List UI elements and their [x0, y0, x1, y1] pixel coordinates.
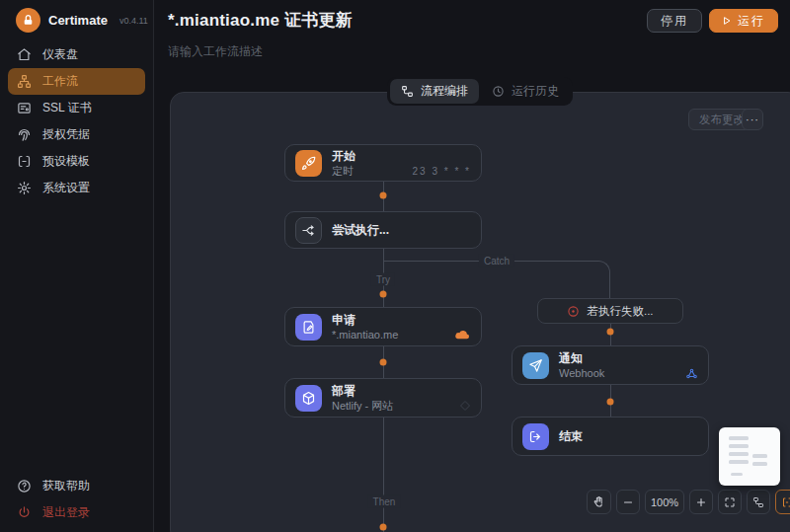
connector-line	[383, 418, 384, 532]
tab-label: 运行历史	[512, 83, 559, 100]
sidebar-item-help[interactable]: 获取帮助	[8, 473, 145, 499]
auto-layout-button[interactable]	[747, 490, 770, 514]
failure-target-icon	[567, 305, 580, 318]
tab-run-history[interactable]: 运行历史	[481, 79, 570, 104]
run-button[interactable]: 运行	[709, 9, 778, 33]
more-options-button[interactable]: ···	[742, 109, 763, 130]
sidebar-item-credentials[interactable]: 授权凭据	[8, 121, 145, 148]
branch-split-icon	[295, 217, 322, 244]
minimap-node	[752, 462, 767, 466]
webhook-icon	[685, 367, 698, 380]
flow-editor-icon	[401, 85, 414, 98]
fit-view-button[interactable]	[718, 490, 742, 514]
sidebar: Certimate v0.4.11 仪表盘 工作流 SSL 证书 授权凭据	[0, 0, 154, 532]
tabs-bar: 流程编排 运行历史	[170, 77, 790, 106]
fit-view-icon	[724, 496, 736, 508]
header-actions: 停用 运行	[647, 9, 778, 33]
node-on-failure[interactable]: 若执行失败...	[537, 298, 683, 324]
cron-expression: 23 3 * * *	[413, 165, 471, 178]
node-title: 通知	[559, 350, 698, 366]
sidebar-footer: 获取帮助 退出登录	[0, 473, 153, 526]
add-node-dot[interactable]	[380, 291, 387, 298]
sidebar-item-label: 系统设置	[42, 180, 90, 196]
help-icon	[17, 479, 32, 494]
add-node-dot[interactable]	[607, 399, 614, 406]
zoom-in-button[interactable]	[689, 490, 713, 514]
cloudflare-icon	[454, 329, 471, 341]
node-title: 尝试执行...	[332, 222, 471, 238]
plus-icon	[695, 496, 707, 508]
sidebar-item-ssl-certificates[interactable]: SSL 证书	[8, 95, 145, 121]
tab-label: 流程编排	[421, 83, 468, 100]
disable-button[interactable]: 停用	[647, 9, 702, 33]
branch-label-try: Try	[371, 273, 395, 286]
sidebar-item-label: 授权凭据	[42, 126, 90, 143]
sidebar-item-workflows[interactable]: 工作流	[8, 68, 145, 95]
rocket-icon	[295, 150, 322, 177]
run-button-label: 运行	[738, 13, 765, 30]
workflow-canvas[interactable]: Try Catch Then 开始 定时 23 3 * * * 尝试执行...	[170, 92, 790, 532]
zoom-out-button[interactable]	[616, 490, 640, 514]
certificate-icon	[17, 101, 32, 115]
package-icon	[295, 385, 322, 412]
netlify-icon	[459, 400, 471, 412]
add-node-dot[interactable]	[380, 359, 387, 366]
node-try-block[interactable]: 尝试执行...	[284, 211, 482, 249]
sidebar-item-templates[interactable]: 预设模板	[8, 148, 145, 175]
node-subtitle: Webhook	[559, 366, 604, 380]
minimap-node	[729, 444, 749, 448]
node-subtitle: Netlify - 网站	[332, 399, 393, 413]
app-logo[interactable]: Certimate v0.4.11	[0, 0, 153, 34]
hand-icon	[592, 495, 605, 508]
send-icon	[522, 352, 549, 379]
add-node-dot[interactable]	[380, 524, 387, 531]
exit-icon	[522, 423, 549, 450]
app-name: Certimate	[48, 13, 108, 28]
credential-icon	[17, 127, 32, 142]
sidebar-item-label: 获取帮助	[42, 478, 90, 494]
node-title: 开始	[332, 148, 471, 164]
minimap[interactable]	[719, 427, 780, 486]
minus-icon	[622, 496, 634, 508]
node-apply[interactable]: 申请 *.miantiao.me	[284, 307, 482, 346]
tab-flow-editor[interactable]: 流程编排	[390, 79, 479, 104]
history-icon	[492, 85, 505, 98]
minimap-toggle-button[interactable]	[775, 490, 790, 514]
sidebar-item-settings[interactable]: 系统设置	[8, 175, 145, 201]
node-notify[interactable]: 通知 Webhook	[512, 345, 709, 385]
workflow-description-field[interactable]: 请输入工作流描述	[168, 43, 263, 60]
add-node-dot[interactable]	[607, 329, 614, 336]
node-end[interactable]: 结束	[512, 417, 709, 456]
zoom-level-button[interactable]: 100%	[645, 490, 684, 514]
node-subtitle: *.miantiao.me	[332, 328, 398, 342]
pan-tool-button[interactable]	[587, 490, 611, 514]
sidebar-item-logout[interactable]: 退出登录	[8, 499, 145, 526]
sidebar-item-dashboard[interactable]: 仪表盘	[8, 41, 145, 68]
template-icon	[17, 154, 32, 169]
auto-layout-icon	[752, 496, 764, 508]
dashboard-icon	[17, 47, 32, 62]
play-icon	[722, 16, 732, 26]
lock-icon	[16, 8, 40, 33]
sidebar-item-label: SSL 证书	[42, 100, 92, 116]
minimap-node	[731, 473, 743, 476]
page-title: *.miantiao.me 证书更新	[168, 9, 353, 32]
tab-group: 流程编排 运行历史	[387, 77, 573, 106]
minimap-node	[729, 452, 749, 456]
sidebar-item-label: 预设模板	[42, 153, 90, 170]
sidebar-item-label: 退出登录	[42, 504, 90, 521]
node-deploy[interactable]: 部署 Netlify - 网站	[284, 378, 482, 418]
sidebar-item-label: 仪表盘	[42, 46, 78, 63]
minimap-icon	[781, 496, 790, 508]
minimap-node	[729, 436, 749, 440]
logout-icon	[17, 505, 32, 520]
node-title: 部署	[332, 383, 471, 399]
add-node-dot[interactable]	[380, 192, 387, 199]
node-start[interactable]: 开始 定时 23 3 * * *	[284, 144, 482, 182]
sidebar-item-label: 工作流	[42, 73, 78, 90]
node-title: 若执行失败...	[587, 304, 653, 319]
branch-label-catch: Catch	[479, 255, 514, 267]
app-version: v0.4.11	[119, 16, 148, 26]
minimap-node	[752, 454, 767, 458]
certificate-request-icon	[295, 314, 322, 341]
